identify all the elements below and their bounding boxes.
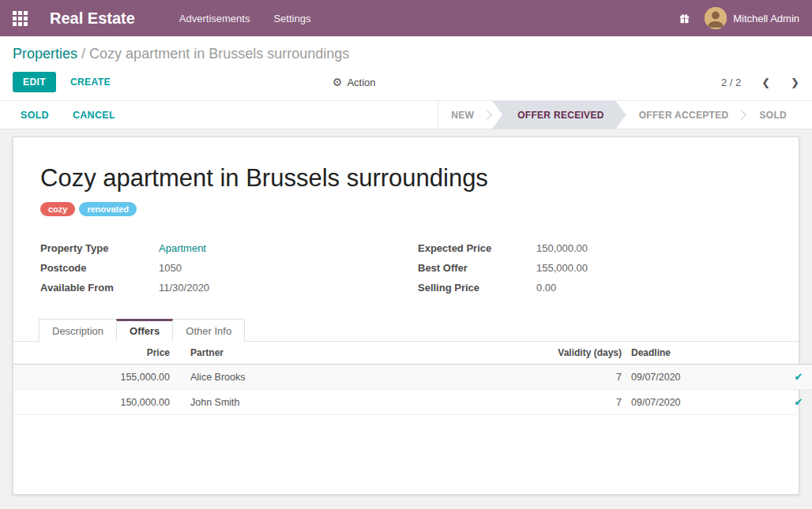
pager-value: 2 / 2 — [721, 77, 741, 88]
column-header-validity[interactable]: Validity (days) — [472, 342, 622, 365]
status-bar: SOLD CANCEL NEW OFFER RECEIVED OFFER ACC… — [0, 100, 812, 129]
gift-icon[interactable] — [679, 13, 690, 24]
sold-button[interactable]: SOLD — [13, 105, 57, 125]
field-property-type: Property Type Apartment — [40, 238, 394, 258]
field-value: 0.00 — [536, 278, 556, 298]
offer-partner: John Smith — [181, 390, 472, 415]
user-avatar — [705, 7, 727, 29]
column-header-deadline[interactable]: Deadline — [622, 342, 784, 365]
action-menu[interactable]: ⚙ Action — [333, 76, 376, 88]
breadcrumb-separator: / — [81, 46, 85, 62]
form-sheet: Cozy apartment in Brussels surroundings … — [13, 137, 799, 495]
field-expected-price: Expected Price 150,000.00 — [418, 238, 772, 258]
field-label: Available From — [40, 278, 159, 298]
field-postcode: Postcode 1050 — [40, 258, 394, 278]
field-label: Postcode — [40, 258, 159, 278]
field-label: Expected Price — [418, 238, 536, 258]
tab-other-info[interactable]: Other Info — [172, 319, 245, 342]
breadcrumb: Properties / Cozy apartment in Brussels … — [0, 36, 812, 69]
user-name: Mitchell Admin — [733, 13, 799, 24]
column-header-partner[interactable]: Partner — [181, 342, 472, 365]
offer-row-1[interactable]: 155,000.00 Alice Brooks 7 09/07/2020 ✔ ✖ — [13, 365, 812, 390]
record-title: Cozy apartment in Brussels surroundings — [40, 137, 772, 193]
gear-icon: ⚙ — [333, 76, 343, 88]
tag-list: cozy renovated — [40, 202, 772, 216]
offer-deadline: 09/07/2020 — [622, 365, 784, 390]
field-label: Best Offer — [418, 258, 536, 278]
main-menu: Advertisements Settings — [179, 13, 311, 24]
pager-next-icon[interactable]: ❯ — [791, 77, 799, 88]
navbar-right: Mitchell Admin — [679, 7, 799, 29]
breadcrumb-parent-link[interactable]: Properties — [13, 46, 77, 62]
tag-renovated[interactable]: renovated — [79, 202, 137, 216]
stage-offer-accepted[interactable]: OFFER ACCEPTED — [626, 101, 742, 129]
offer-row-2[interactable]: 150,000.00 John Smith 7 09/07/2020 ✔ ✖ — [13, 390, 812, 415]
field-best-offer: Best Offer 155,000.00 — [418, 258, 772, 278]
tab-description[interactable]: Description — [39, 319, 117, 342]
menu-settings[interactable]: Settings — [273, 13, 310, 24]
pager-previous-icon[interactable]: ❮ — [761, 77, 770, 88]
field-label: Selling Price — [418, 278, 536, 298]
stage-pipeline: NEW OFFER RECEIVED OFFER ACCEPTED SOLD — [438, 101, 812, 129]
field-value: 11/30/2020 — [159, 278, 209, 298]
field-label: Property Type — [40, 238, 159, 258]
apps-grid-icon[interactable] — [13, 11, 28, 26]
field-value: 155,000.00 — [536, 258, 588, 278]
accept-offer-icon[interactable]: ✔ — [795, 371, 803, 383]
offer-price: 155,000.00 — [13, 365, 181, 390]
notebook-tabs: Description Offers Other Info — [13, 319, 799, 342]
field-column-right: Expected Price 150,000.00 Best Offer 155… — [418, 238, 772, 298]
offer-partner: Alice Brooks — [181, 365, 472, 390]
app-title[interactable]: Real Estate — [50, 9, 135, 28]
control-panel: EDIT CREATE ⚙ Action 2 / 2 ❮ ❯ — [0, 69, 812, 100]
field-grid: Property Type Apartment Postcode 1050 Av… — [40, 238, 772, 298]
offer-validity: 7 — [472, 365, 622, 390]
offers-table: Price Partner Validity (days) Deadline 1… — [13, 342, 812, 415]
statusbar-buttons: SOLD CANCEL — [0, 101, 123, 129]
offer-validity: 7 — [472, 390, 622, 415]
field-selling-price: Selling Price 0.00 — [418, 278, 772, 298]
field-value: 1050 — [159, 258, 182, 278]
stage-new[interactable]: NEW — [438, 101, 487, 129]
breadcrumb-current: Cozy apartment in Brussels surroundings — [89, 46, 349, 62]
accept-offer-icon[interactable]: ✔ — [795, 396, 803, 408]
action-label: Action — [347, 77, 375, 88]
tag-cozy[interactable]: cozy — [40, 202, 75, 216]
tab-offers[interactable]: Offers — [116, 319, 173, 342]
edit-button[interactable]: EDIT — [13, 72, 56, 92]
field-available-from: Available From 11/30/2020 — [40, 278, 394, 298]
cancel-button[interactable]: CANCEL — [65, 105, 123, 125]
property-type-link[interactable]: Apartment — [159, 238, 206, 258]
stage-sold[interactable]: SOLD — [746, 101, 799, 129]
field-column-left: Property Type Apartment Postcode 1050 Av… — [40, 238, 394, 298]
field-value: 150,000.00 — [536, 238, 588, 258]
top-navbar: Real Estate Advertisements Settings Mitc… — [0, 0, 812, 36]
column-header-price[interactable]: Price — [13, 342, 181, 365]
offers-header-row: Price Partner Validity (days) Deadline — [13, 342, 812, 365]
offer-price: 150,000.00 — [13, 390, 181, 415]
pager: 2 / 2 ❮ ❯ — [721, 77, 799, 88]
user-menu[interactable]: Mitchell Admin — [705, 7, 799, 29]
stage-offer-received[interactable]: OFFER RECEIVED — [492, 101, 626, 129]
menu-advertisements[interactable]: Advertisements — [179, 13, 250, 24]
create-button[interactable]: CREATE — [70, 77, 111, 88]
offer-deadline: 09/07/2020 — [622, 390, 784, 415]
